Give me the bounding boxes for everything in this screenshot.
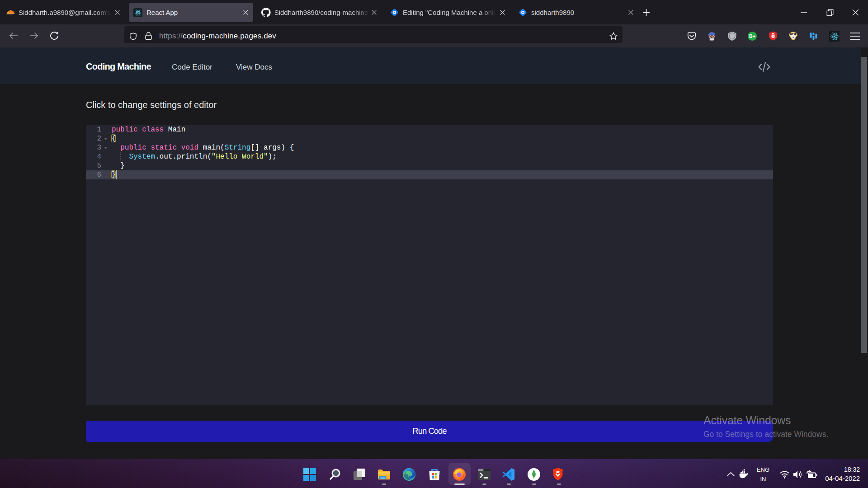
svg-text:B+: B+	[749, 33, 755, 39]
